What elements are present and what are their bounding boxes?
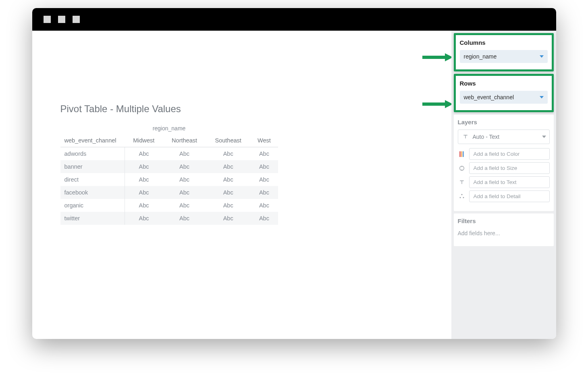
pivot-cell: Abc xyxy=(125,147,163,161)
window-control-1[interactable] xyxy=(44,16,51,23)
pivot-cell: Abc xyxy=(250,186,278,199)
pivot-row: organicAbcAbcAbcAbc xyxy=(60,199,278,212)
pivot-column-header: Midwest xyxy=(125,134,163,147)
pivot-cell: Abc xyxy=(250,212,278,225)
dropdown-caret-icon xyxy=(540,96,544,98)
filters-panel-title: Filters xyxy=(458,217,550,224)
pivot-row-label: twitter xyxy=(60,212,125,225)
text-icon xyxy=(458,178,466,186)
pivot-cell: Abc xyxy=(163,186,206,199)
detail-field-dropzone[interactable]: Add a field to Detail xyxy=(469,190,550,202)
filters-dropzone[interactable]: Add fields here... xyxy=(458,228,550,240)
window-control-2[interactable] xyxy=(58,16,65,23)
detail-icon xyxy=(458,192,466,201)
columns-panel: Columns region_name xyxy=(454,33,554,71)
pivot-cell: Abc xyxy=(163,212,206,225)
pivot-row-label: direct xyxy=(60,173,125,186)
annotation-arrow-columns xyxy=(422,52,451,62)
pivot-cell: Abc xyxy=(250,160,278,173)
pivot-cell: Abc xyxy=(163,160,206,173)
pivot-row-label: organic xyxy=(60,199,125,212)
pivot-cell: Abc xyxy=(250,147,278,161)
canvas: Pivot Table - Multiple Values region_nam… xyxy=(32,31,451,339)
pivot-column-header: Southeast xyxy=(206,134,250,147)
size-icon xyxy=(458,164,466,172)
pivot-table: region_nameweb_event_channelMidwestNorth… xyxy=(60,123,278,225)
layers-select-label: Auto - Text xyxy=(473,134,500,140)
rows-field-pill[interactable]: web_event_channel xyxy=(460,91,548,104)
color-icon xyxy=(458,150,466,158)
chart-title: Pivot Table - Multiple Values xyxy=(60,103,427,115)
pivot-cell: Abc xyxy=(125,186,163,199)
columns-panel-title: Columns xyxy=(460,39,548,46)
pivot-column-header: Northeast xyxy=(163,134,206,147)
rows-panel: Rows web_event_channel xyxy=(454,74,554,112)
text-field-dropzone[interactable]: Add a field to Text xyxy=(469,176,550,188)
pivot-row: adwordsAbcAbcAbcAbc xyxy=(60,147,278,161)
pivot-cell: Abc xyxy=(206,173,250,186)
pivot-columns-header: region_name xyxy=(60,123,278,134)
pivot-cell: Abc xyxy=(206,186,250,199)
svg-point-3 xyxy=(463,197,464,198)
layers-panel-title: Layers xyxy=(458,119,550,125)
dropdown-caret-icon xyxy=(540,55,544,58)
color-field-dropzone[interactable]: Add a field to Color xyxy=(469,148,550,160)
pivot-cell: Abc xyxy=(125,173,163,186)
pivot-cell: Abc xyxy=(125,160,163,173)
pivot-row: twitterAbcAbcAbcAbc xyxy=(60,212,278,225)
pivot-row-label: adwords xyxy=(60,147,125,161)
svg-point-2 xyxy=(459,197,461,198)
pivot-cell: Abc xyxy=(163,199,206,212)
rows-field-label: web_event_channel xyxy=(464,94,514,100)
pivot-cell: Abc xyxy=(206,212,250,225)
pivot-cell: Abc xyxy=(250,173,278,186)
text-type-icon xyxy=(461,133,470,141)
size-field-dropzone[interactable]: Add a field to Size xyxy=(469,162,550,174)
window-control-3[interactable] xyxy=(73,16,80,23)
pivot-row: facebookAbcAbcAbcAbc xyxy=(60,186,278,199)
columns-field-label: region_name xyxy=(464,53,497,60)
pivot-rows-header: web_event_channel xyxy=(60,134,125,147)
titlebar xyxy=(32,8,556,31)
config-sidebar: Columns region_name Rows web_event_chann… xyxy=(451,31,556,339)
pivot-cell: Abc xyxy=(125,212,163,225)
dropdown-caret-icon xyxy=(542,136,546,138)
annotation-arrow-rows xyxy=(422,99,451,109)
rows-panel-title: Rows xyxy=(460,80,548,87)
pivot-cell: Abc xyxy=(125,199,163,212)
pivot-cell: Abc xyxy=(206,147,250,161)
svg-point-1 xyxy=(461,194,462,195)
pivot-cell: Abc xyxy=(163,147,206,161)
pivot-cell: Abc xyxy=(250,199,278,212)
layers-type-select[interactable]: Auto - Text xyxy=(458,130,550,144)
pivot-column-header: West xyxy=(250,134,278,147)
pivot-cell: Abc xyxy=(206,160,250,173)
columns-field-pill[interactable]: region_name xyxy=(460,50,548,63)
pivot-row: directAbcAbcAbcAbc xyxy=(60,173,278,186)
filters-panel: Filters Add fields here... xyxy=(454,213,554,246)
pivot-row-label: banner xyxy=(60,160,125,173)
pivot-cell: Abc xyxy=(206,199,250,212)
layers-panel: Layers Auto - Text Add a field to Color xyxy=(454,115,554,211)
pivot-row: bannerAbcAbcAbcAbc xyxy=(60,160,278,173)
pivot-cell: Abc xyxy=(163,173,206,186)
pivot-row-label: facebook xyxy=(60,186,125,199)
app-window: Pivot Table - Multiple Values region_nam… xyxy=(32,8,556,339)
